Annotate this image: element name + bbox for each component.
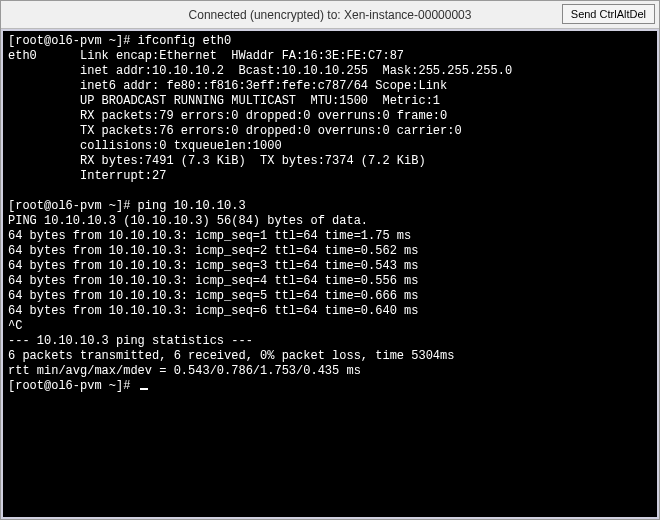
cursor-icon: [140, 388, 148, 390]
titlebar: Connected (unencrypted) to: Xen-instance…: [1, 1, 659, 29]
terminal-console[interactable]: [root@ol6-pvm ~]# ifconfig eth0 eth0 Lin…: [1, 29, 659, 519]
send-ctrlaltdel-button[interactable]: Send CtrlAltDel: [562, 4, 655, 24]
connection-status: Connected (unencrypted) to: Xen-instance…: [189, 8, 472, 22]
terminal-output: [root@ol6-pvm ~]# ifconfig eth0 eth0 Lin…: [8, 34, 512, 393]
